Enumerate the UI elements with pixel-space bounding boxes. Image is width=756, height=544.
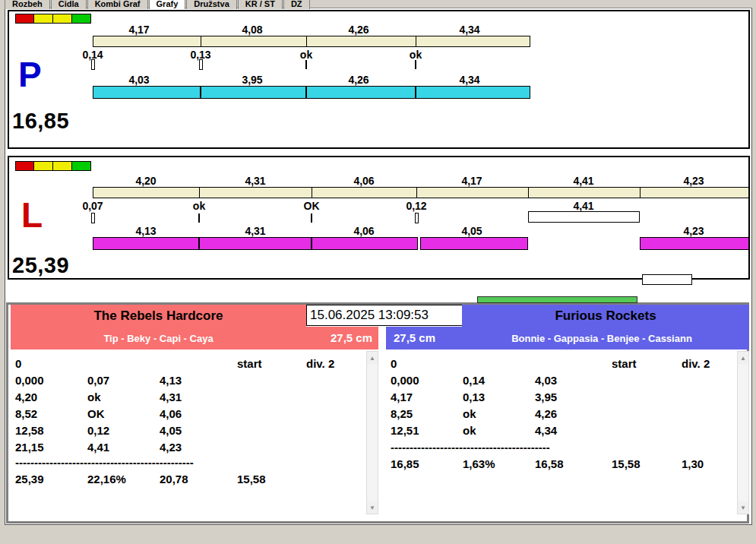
change-time-label: ok — [391, 49, 440, 61]
table-row: 0,000 0,14 4,03 — [391, 374, 731, 387]
cell: 0,13 — [463, 391, 535, 403]
cell: ok — [463, 407, 535, 420]
totals-row: 16,85 1,63% 16,58 15,58 1,30 — [391, 457, 731, 470]
tab-rozbeh[interactable]: Rozbeh — [5, 0, 50, 9]
cell: 4,06 — [160, 407, 237, 420]
cell: 8,52 — [15, 407, 87, 420]
lane-letter-l: L — [21, 198, 43, 232]
cell — [682, 407, 731, 420]
lane-letter-p: P — [18, 57, 42, 92]
right-results-table[interactable]: 0 start div. 2 0,000 0,14 4,03 4,17 0,13… — [386, 351, 749, 514]
left-table-scrollbar[interactable]: ▲ ▼ — [366, 351, 378, 514]
cell: 8,25 — [391, 407, 463, 420]
segment-time-label: 4,31 — [231, 175, 280, 187]
cell: 4,05 — [160, 424, 237, 437]
cell: 22,16% — [87, 473, 160, 485]
bar-segment — [416, 87, 530, 98]
cell: 4,13 — [160, 374, 237, 387]
cell: 0,000 — [391, 374, 463, 387]
table-header-row: 0 start div. 2 — [15, 357, 357, 370]
cell: 4,26 — [535, 407, 612, 420]
scroll-down-icon[interactable]: ▼ — [738, 501, 748, 514]
bar-segment — [417, 188, 529, 198]
tab-kr-st[interactable]: KR / ST — [238, 0, 283, 9]
tab-cidla[interactable]: Cidla — [51, 0, 87, 9]
table-header-row: 0 start div. 2 — [391, 357, 731, 370]
legend-green-box — [72, 161, 91, 171]
cell — [682, 424, 731, 437]
cell — [306, 374, 357, 387]
tab-druzstva[interactable]: Družstva — [186, 0, 236, 9]
segment-time-label: 4,41 — [559, 175, 608, 187]
cell: 4,17 — [391, 391, 463, 403]
legend-yellow-box-1 — [34, 14, 53, 24]
split-tick — [415, 213, 419, 223]
table-row: 4,17 0,13 3,95 — [391, 391, 731, 403]
cell — [612, 374, 682, 387]
separator-row: ----------------------------------------… — [391, 441, 588, 454]
segment-time-label: 4,34 — [445, 74, 494, 86]
scroll-up-icon[interactable]: ▲ — [367, 352, 378, 364]
scoreboard-panel: The Rebels Hardcore 15.06.2025 13:09:53 … — [6, 302, 749, 523]
cell: 0,07 — [87, 374, 160, 387]
bar-segment — [200, 188, 312, 198]
split-tick — [311, 213, 312, 223]
legend-yellow-box-1 — [34, 161, 53, 171]
tab-grafy[interactable]: Grafy — [149, 0, 186, 9]
cell: start — [237, 357, 306, 370]
cell — [463, 357, 535, 370]
cell: div. 2 — [682, 357, 731, 370]
cell: 12,51 — [391, 424, 463, 437]
left-results-table[interactable]: 0 start div. 2 0,000 0,07 4,13 4,20 ok 4… — [11, 351, 378, 514]
time-bar-top — [93, 187, 749, 198]
table-row: 21,15 4,41 4,23 — [15, 441, 357, 454]
cell: 16,58 — [535, 457, 612, 470]
cell — [237, 441, 306, 454]
right-team-header: Furious Rockets — [462, 305, 749, 327]
cell: 4,31 — [160, 391, 237, 403]
scroll-down-icon[interactable]: ▼ — [367, 501, 378, 514]
tab-kombi-graf[interactable]: Kombi Graf — [87, 0, 148, 9]
small-value-box — [642, 274, 692, 285]
table-row: 12,58 0,12 4,05 — [15, 424, 357, 437]
cell — [306, 441, 357, 454]
cell: 0,000 — [15, 374, 87, 387]
cell — [306, 473, 357, 485]
scroll-up-icon[interactable]: ▲ — [738, 352, 748, 364]
legend-red-box — [15, 161, 34, 171]
change-time-label: 4,41 — [559, 200, 608, 212]
time-bar-top — [93, 36, 530, 47]
bar-segment — [307, 36, 416, 46]
split-tick — [415, 60, 416, 69]
cell — [160, 357, 237, 370]
progress-strip — [477, 296, 637, 303]
change-time-label: 0,07 — [68, 200, 117, 212]
bar-segment — [93, 188, 200, 198]
cell — [682, 391, 731, 403]
change-time-label: ok — [282, 49, 331, 61]
right-team-members: Bonnie - Gappasia - Benjee - Cassiann — [454, 333, 749, 344]
time-bar-bottom — [93, 237, 418, 250]
cell — [612, 391, 682, 403]
cell — [682, 374, 731, 387]
lane-total-l: 25,39 — [12, 253, 69, 278]
lane-panel-p: 4,17 4,08 4,26 4,34 0,14 0,13 ok ok P 4,… — [8, 10, 750, 149]
bar-segment — [421, 238, 527, 249]
time-bar-bottom — [420, 237, 528, 250]
bar-segment — [641, 188, 748, 198]
segment-time-label: 4,26 — [334, 24, 383, 36]
cell — [306, 407, 357, 420]
tab-dz[interactable]: DZ — [283, 0, 310, 9]
segment-time-label: 4,26 — [334, 74, 383, 86]
split-tick — [91, 59, 95, 70]
right-table-scrollbar[interactable]: ▲ ▼ — [737, 351, 749, 514]
bar-segment — [416, 36, 530, 46]
segment-time-label: 4,03 — [115, 74, 163, 86]
totals-row: 25,39 22,16% 20,78 15,58 — [15, 473, 357, 485]
cell: OK — [87, 407, 160, 420]
bar-segment — [93, 238, 200, 249]
segment-time-label: 3,95 — [228, 74, 277, 86]
bar-segment — [641, 238, 748, 249]
cell: div. 2 — [306, 357, 357, 370]
bar-segment — [200, 238, 312, 249]
